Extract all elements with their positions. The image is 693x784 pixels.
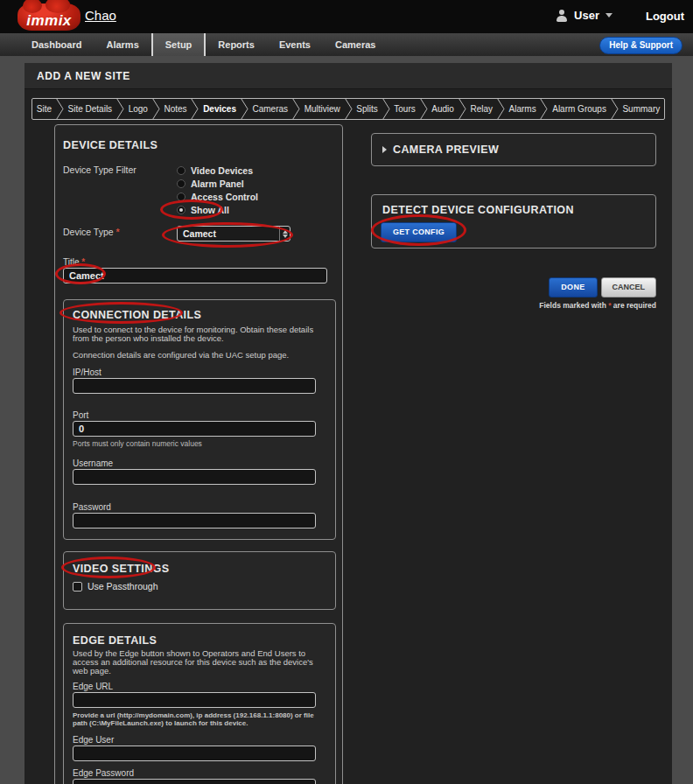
chevron-right-icon — [345, 99, 353, 119]
tab-site[interactable]: Site — [32, 99, 56, 119]
chevron-right-icon — [420, 99, 428, 119]
radio-option-alarm-panel[interactable]: Alarm Panel — [177, 177, 258, 190]
select-stepper-icon — [279, 227, 290, 241]
immix-logo: immix — [18, 4, 80, 31]
tab-summary[interactable]: Summary — [619, 99, 664, 119]
radio-option-video-devices[interactable]: Video Devices — [177, 164, 258, 177]
tab-tours[interactable]: Tours — [390, 99, 420, 119]
edge-user-field-group: Edge User — [73, 735, 326, 761]
tab-splits[interactable]: Splits — [353, 99, 382, 119]
tab-devices[interactable]: Devices — [199, 99, 240, 119]
edge-details-box: EDGE DETAILS Used by the Edge button sho… — [63, 623, 336, 784]
required-star: * — [81, 257, 85, 267]
edge-url-input[interactable] — [73, 692, 316, 708]
get-config-button[interactable]: GET CONFIG — [381, 222, 457, 242]
password-input[interactable] — [73, 513, 316, 528]
detect-device-configuration-heading: DETECT DEVICE CONFIGURATION — [382, 204, 645, 216]
required-star: * — [116, 227, 120, 237]
radio-option-label: Alarm Panel — [191, 178, 244, 189]
tab-audio[interactable]: Audio — [428, 99, 458, 119]
nav-item-reports[interactable]: Reports — [206, 33, 267, 56]
nav-item-alarms[interactable]: Alarms — [94, 33, 150, 56]
device-type-filter-row: Device Type Filter Video DevicesAlarm Pa… — [63, 164, 336, 216]
edge-password-input[interactable] — [73, 779, 316, 784]
arrow-down-icon — [283, 234, 288, 238]
connection-details-box: CONNECTION DETAILS Used to connect to th… — [63, 299, 336, 540]
connection-details-heading: CONNECTION DETAILS — [73, 309, 326, 321]
tab-logo[interactable]: Logo — [124, 99, 152, 119]
radio-option-label: Video Devices — [191, 165, 253, 176]
radio-option-show-all[interactable]: Show All — [177, 203, 258, 216]
device-type-select[interactable]: Camect — [177, 226, 290, 242]
radio-icon[interactable] — [177, 179, 186, 188]
tab-cameras[interactable]: Cameras — [248, 99, 292, 119]
ip-host-field-group: IP/Host — [73, 368, 326, 394]
nav-item-setup[interactable]: Setup — [151, 33, 206, 56]
port-input[interactable] — [73, 421, 316, 437]
edge-password-field-group: Edge Password — [73, 768, 326, 784]
use-passthrough-checkbox[interactable] — [73, 582, 82, 592]
tab-alarm-groups[interactable]: Alarm Groups — [548, 99, 610, 119]
arrow-up-icon — [283, 230, 288, 234]
edge-user-input[interactable] — [73, 746, 316, 761]
cancel-button[interactable]: CANCEL — [601, 277, 657, 298]
page-title: ADD A NEW SITE — [24, 63, 672, 89]
tab-alarms[interactable]: Alarms — [505, 99, 541, 119]
radio-option-access-control[interactable]: Access Control — [177, 190, 258, 203]
password-field-group: Password — [73, 502, 326, 528]
connection-details-note: Connection details are configured via th… — [73, 350, 326, 360]
device-type-selected-value: Camect — [178, 228, 279, 239]
device-type-row: Device Type * Camect — [63, 226, 336, 242]
device-type-label: Device Type * — [63, 226, 177, 242]
nav-item-events[interactable]: Events — [267, 33, 323, 56]
edge-password-label: Edge Password — [73, 768, 326, 778]
chevron-right-icon — [497, 99, 505, 119]
chevron-right-icon — [292, 99, 300, 119]
title-input[interactable] — [63, 268, 327, 284]
username-input[interactable] — [73, 469, 316, 485]
password-label: Password — [73, 502, 326, 512]
chevron-right-icon — [458, 99, 466, 119]
ip-host-input[interactable] — [73, 378, 316, 394]
nav-item-cameras[interactable]: Cameras — [323, 33, 388, 56]
disclosure-triangle-icon — [382, 146, 387, 153]
device-type-filter-options: Video DevicesAlarm PanelAccess ControlSh… — [177, 164, 258, 216]
edge-user-label: Edge User — [73, 735, 326, 745]
chevron-right-icon — [116, 99, 124, 119]
port-label: Port — [73, 410, 326, 420]
title-field-group: Title * — [63, 257, 336, 284]
camera-preview-header[interactable]: CAMERA PREVIEW — [371, 133, 656, 166]
camera-preview-heading: CAMERA PREVIEW — [393, 144, 499, 156]
device-details-heading: DEVICE DETAILS — [63, 139, 336, 151]
chevron-right-icon — [611, 99, 619, 119]
right-column: CAMERA PREVIEW DETECT DEVICE CONFIGURATI… — [371, 133, 656, 248]
add-site-panel: ADD A NEW SITE SiteSite DetailsLogoNotes… — [24, 63, 672, 784]
help-support-button[interactable]: Help & Support — [599, 37, 682, 54]
radio-icon[interactable] — [177, 166, 186, 175]
wizard-tabs: SiteSite DetailsLogoNotesDevicesCamerasM… — [32, 98, 665, 120]
chevron-right-icon — [540, 99, 548, 119]
main-nav-items: DashboardAlarmsSetupReportsEventsCameras — [19, 33, 388, 56]
device-type-filter-label: Device Type Filter — [63, 164, 177, 216]
tab-site-details[interactable]: Site Details — [64, 99, 116, 119]
use-passthrough-label: Use Passthrough — [88, 581, 158, 592]
user-icon — [556, 10, 568, 22]
tab-relay[interactable]: Relay — [466, 99, 497, 119]
radio-icon[interactable] — [177, 192, 186, 201]
site-title-link[interactable]: Chao — [85, 8, 116, 23]
tab-multiview[interactable]: Multiview — [300, 99, 345, 119]
edge-url-label: Edge URL — [73, 682, 326, 691]
radio-icon[interactable] — [177, 206, 186, 214]
edge-details-description: Used by the Edge button shown to Operato… — [73, 649, 326, 676]
username-field-group: Username — [73, 458, 326, 485]
done-button[interactable]: DONE — [549, 277, 597, 298]
user-menu[interactable]: User — [556, 9, 612, 22]
immix-logo-text: immix — [18, 12, 80, 30]
port-helper-text: Ports must only contain numeric values — [73, 439, 326, 448]
tab-notes[interactable]: Notes — [160, 99, 192, 119]
video-settings-box: VIDEO SETTINGS Use Passthrough — [63, 551, 336, 610]
logout-button[interactable]: Logout — [646, 10, 684, 23]
use-passthrough-option[interactable]: Use Passthrough — [73, 581, 326, 592]
nav-item-dashboard[interactable]: Dashboard — [19, 33, 94, 56]
chevron-right-icon — [56, 99, 64, 119]
